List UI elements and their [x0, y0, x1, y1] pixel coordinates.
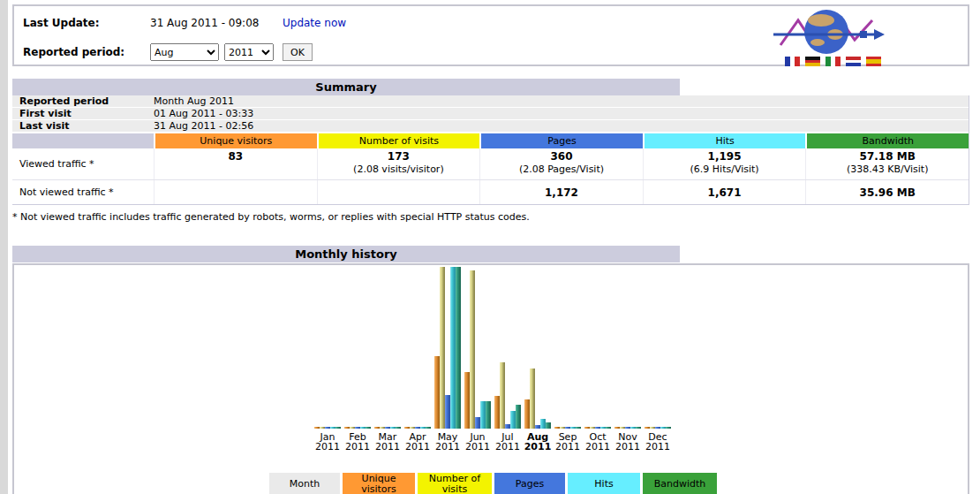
summary-info-value: Month Aug 2011	[154, 95, 969, 107]
language-flags	[785, 57, 881, 66]
month-year: 2011	[492, 442, 524, 452]
column-header-bandwidth: Bandwidth	[807, 133, 969, 148]
not-viewed-traffic-cell: 1,671	[643, 180, 806, 204]
month-label: Jan2011	[312, 432, 343, 452]
chart-bar-bandwidth	[366, 427, 371, 429]
flag-netherlands-icon[interactable]	[846, 57, 861, 66]
viewed-traffic-cell: 360(2.08 Pages/Visit)	[479, 148, 643, 179]
column-header-pages: Pages	[481, 133, 643, 148]
viewed-traffic-value: 360	[480, 150, 643, 163]
viewed-traffic-label: Viewed traffic *	[12, 148, 154, 179]
viewed-traffic-value: 173	[318, 150, 480, 163]
summary-info-value: 01 Aug 2011 - 03:33	[154, 108, 969, 119]
chart-bar-bandwidth	[456, 267, 461, 429]
viewed-traffic-cell: 57.18 MB(338.43 KB/Visit)	[805, 148, 969, 179]
ok-button[interactable]: OK	[283, 43, 313, 61]
month-year: 2011	[462, 442, 494, 452]
summary-info-value: 31 Aug 2011 - 02:56	[154, 120, 969, 132]
viewed-traffic-cell: 1,195(6.9 Hits/Visit)	[643, 148, 806, 179]
last-update-label: Last Update:	[23, 17, 150, 29]
column-header-number-of-visits: Number of visits	[319, 133, 480, 148]
viewed-traffic-cell: 83	[154, 148, 317, 179]
summary-header-spacer	[12, 133, 154, 148]
month-label: Oct2011	[582, 432, 614, 452]
summary-info-row: First visit01 Aug 2011 - 03:33	[12, 108, 969, 120]
summary-info-label: First visit	[12, 108, 154, 119]
month-label: May2011	[432, 432, 464, 452]
flag-spain-icon[interactable]	[866, 57, 881, 66]
monthly-history-chart: Jan2011Feb2011Mar2011Apr2011May2011Jun20…	[12, 263, 969, 494]
chart-bar-bandwidth	[666, 427, 671, 429]
chart-legend: MonthUnique visitorsNumber of visitsPage…	[269, 473, 717, 494]
month-year: 2011	[582, 442, 614, 452]
month-label: Jun2011	[462, 432, 494, 452]
column-header-unique-visitors: Unique visitors	[155, 133, 317, 148]
reported-period-label: Reported period:	[23, 46, 150, 58]
month-select[interactable]: Aug	[150, 43, 219, 61]
last-update-value: 31 Aug 2011 - 09:08	[150, 17, 283, 29]
month-year: 2011	[402, 442, 433, 452]
month-year: 2011	[372, 442, 403, 452]
legend-pages: Pages	[494, 473, 565, 494]
chart-bar-bandwidth	[486, 401, 491, 429]
viewed-traffic-ratio: (2.08 visits/visitor)	[318, 163, 480, 175]
month-label: Sep2011	[552, 432, 584, 452]
chart-bar-bandwidth	[576, 427, 581, 429]
chart-bar-bandwidth	[516, 405, 521, 429]
awstats-page: Last Update:31 Aug 2011 - 09:08Update no…	[12, 0, 969, 494]
chart-bar-visits	[500, 362, 505, 429]
awstats-logo[interactable]	[772, 8, 886, 58]
summary-title: Summary	[12, 79, 680, 95]
viewed-traffic-value: 57.18 MB	[806, 150, 969, 163]
summary-info-row: Reported periodMonth Aug 2011	[12, 95, 969, 108]
chart-bar-bandwidth	[636, 427, 641, 429]
chart-bar-bandwidth	[335, 427, 341, 429]
month-label: Jul2011	[492, 432, 524, 452]
chart-bar-visits	[530, 369, 535, 429]
top-panel: Last Update:31 Aug 2011 - 09:08Update no…	[12, 4, 969, 66]
viewed-traffic-ratio: (338.43 KB/Visit)	[806, 163, 969, 175]
month-year: 2011	[522, 442, 554, 452]
summary-table: Reported periodMonth Aug 2011First visit…	[12, 95, 969, 205]
update-now-link[interactable]: Update now	[283, 17, 346, 29]
chart-bar-bandwidth	[606, 427, 611, 429]
month-label: Apr2011	[402, 432, 433, 452]
column-header-hits: Hits	[645, 133, 806, 148]
legend-bandwidth: Bandwidth	[643, 473, 717, 494]
left-frame-edge	[0, 0, 8, 494]
month-label: Nov2011	[612, 432, 644, 452]
last-update-row: Last Update:31 Aug 2011 - 09:08Update no…	[23, 17, 346, 29]
chart-bar-visits	[470, 270, 475, 429]
globe-icon	[772, 8, 886, 56]
flag-italy-icon[interactable]	[825, 57, 841, 66]
monthly-history-title: Monthly history	[12, 246, 680, 262]
chart-plot-area	[14, 265, 968, 429]
legend-month: Month	[269, 473, 340, 494]
viewed-traffic-cell: 173(2.08 visits/visitor)	[317, 148, 480, 179]
chart-bar-bandwidth	[426, 427, 431, 429]
chart-bar-bandwidth	[546, 422, 551, 429]
month-label: Mar2011	[372, 432, 403, 452]
summary-info-row: Last visit31 Aug 2011 - 02:56	[12, 120, 969, 133]
not-viewed-traffic-cell: 35.96 MB	[805, 180, 969, 204]
year-select[interactable]: 2011	[224, 43, 274, 61]
viewed-traffic-ratio: (2.08 Pages/Visit)	[480, 163, 643, 175]
legend-hits: Hits	[568, 473, 640, 494]
legend-unique-visitors: Unique visitors	[343, 473, 415, 494]
not-viewed-traffic-cell	[154, 180, 317, 204]
flag-germany-icon[interactable]	[805, 57, 820, 66]
viewed-traffic-value: 1,195	[644, 150, 806, 163]
month-year: 2011	[432, 442, 464, 452]
month-label: Feb2011	[342, 432, 373, 452]
summary-info-label: Reported period	[12, 95, 154, 107]
month-label: Dec2011	[642, 432, 674, 452]
viewed-traffic-ratio: (6.9 Hits/Visit)	[644, 163, 806, 175]
month-year: 2011	[612, 442, 644, 452]
month-year: 2011	[642, 442, 674, 452]
summary-footnote: * Not viewed traffic includes traffic ge…	[12, 211, 969, 223]
legend-number-of-visits: Number of visits	[418, 473, 492, 494]
not-viewed-traffic-cell	[317, 180, 480, 204]
month-year: 2011	[312, 442, 343, 452]
not-viewed-traffic-label: Not viewed traffic *	[12, 180, 154, 204]
flag-france-icon[interactable]	[785, 57, 800, 66]
